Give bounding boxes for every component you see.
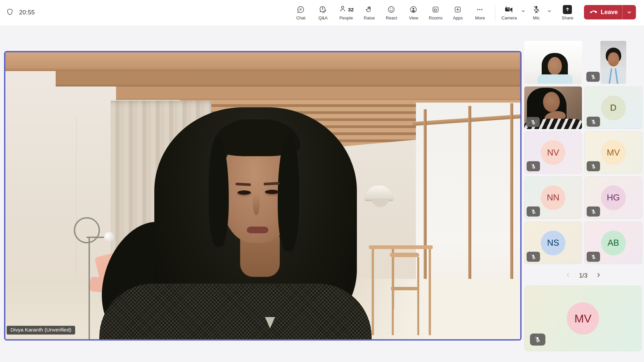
apps-icon — [453, 5, 462, 14]
react-button[interactable]: React — [380, 2, 402, 20]
mic-button[interactable]: Mic — [528, 2, 545, 20]
raise-hand-label: Raise — [364, 15, 375, 20]
active-speaker-video[interactable]: Divya Karanth (Unverified) — [4, 51, 522, 341]
rooms-icon — [431, 5, 440, 14]
qa-button[interactable]: ? Q&A — [312, 2, 334, 20]
ceiling-beam — [5, 52, 520, 71]
participant-avatar-tile[interactable]: NS — [524, 222, 582, 264]
raise-hand-button[interactable]: Raise — [358, 2, 380, 20]
qa-icon: ? — [319, 5, 327, 14]
meeting-info: 20:55 — [6, 8, 35, 17]
more-icon — [476, 5, 484, 14]
rooms-label: Rooms — [429, 15, 442, 20]
react-icon — [387, 5, 395, 14]
chevron-down-icon — [547, 9, 552, 14]
next-page-button[interactable] — [594, 271, 603, 280]
participant-video — [524, 41, 582, 84]
muted-mic-badge — [587, 252, 600, 262]
participant-avatar-tile[interactable]: HG — [584, 176, 642, 219]
participant-video — [600, 41, 626, 84]
participant-video-tile[interactable] — [584, 41, 642, 84]
apps-button[interactable]: Apps — [447, 2, 469, 20]
wall-corner-line — [76, 116, 76, 282]
meeting-toolbar: 20:55 Chat ? Q&A 32 People — [0, 0, 644, 25]
chevron-down-icon — [521, 9, 526, 14]
participant-avatar-tile[interactable]: AB — [584, 222, 642, 264]
leave-label: Leave — [601, 9, 618, 16]
floor-lamp-pole — [89, 238, 90, 339]
floor-lamp-loop — [74, 217, 100, 243]
muted-mic-badge — [587, 206, 600, 217]
more-label: More — [475, 15, 485, 20]
speaker-video-scene: Divya Karanth (Unverified) — [5, 52, 520, 339]
more-button[interactable]: More — [469, 2, 491, 20]
camera-options-chevron[interactable] — [519, 2, 528, 14]
table-leg — [429, 249, 431, 335]
dining-chair — [390, 253, 419, 257]
participant-video-tile[interactable] — [524, 41, 582, 84]
speaker-torso — [99, 284, 372, 339]
toolbar-divider — [495, 5, 495, 21]
people-button[interactable]: 32 People — [334, 2, 358, 20]
muted-mic-badge — [527, 206, 540, 217]
chevron-right-icon — [596, 272, 601, 279]
toolbar-buttons: Chat ? Q&A 32 People Raise — [290, 2, 636, 21]
mic-off-icon — [532, 5, 541, 14]
apps-label: Apps — [453, 15, 463, 20]
view-button[interactable]: View — [402, 2, 425, 20]
participants-pagination: 1/3 — [524, 268, 642, 283]
avatar: AB — [601, 231, 626, 255]
participant-face — [608, 52, 619, 66]
people-label: People — [339, 15, 353, 20]
view-label: View — [409, 15, 418, 20]
self-view-tile[interactable]: MV — [524, 286, 642, 351]
share-screen-icon — [563, 5, 572, 14]
muted-mic-badge — [586, 72, 600, 82]
camera-off-icon — [504, 5, 514, 14]
speaker-nose — [253, 193, 260, 215]
qa-label: Q&A — [318, 15, 327, 20]
share-button[interactable]: Share — [557, 2, 578, 20]
people-count-badge: 32 — [348, 7, 354, 12]
mic-options-chevron[interactable] — [545, 2, 554, 14]
leave-button[interactable]: Leave — [584, 5, 636, 19]
participant-avatar-tile[interactable]: NN — [524, 176, 582, 219]
leave-options-chevron[interactable] — [623, 10, 636, 15]
avatar: HG — [601, 185, 626, 210]
mic-label: Mic — [533, 15, 540, 20]
chevron-left-icon — [565, 272, 571, 279]
react-label: React — [386, 15, 397, 20]
people-icon — [339, 5, 347, 14]
chair-leg — [392, 257, 394, 335]
chat-label: Chat — [296, 15, 305, 20]
participant-avatar-tile[interactable]: D — [584, 86, 642, 129]
chat-button[interactable]: Chat — [290, 2, 312, 20]
participant-avatar-tile[interactable]: NV — [524, 131, 582, 174]
avatar: MV — [567, 302, 599, 335]
muted-mic-badge — [526, 117, 540, 127]
page-indicator: 1/3 — [579, 272, 587, 279]
participant-video-tile[interactable] — [524, 86, 582, 129]
speaker-lips — [247, 227, 268, 233]
speaker-eye — [237, 190, 251, 195]
speaker-name-label: Divya Karanth (Unverified) — [7, 326, 75, 335]
muted-mic-badge — [527, 252, 540, 262]
avatar: MV — [601, 140, 626, 165]
camera-label: Camera — [501, 15, 517, 20]
chat-icon — [297, 5, 305, 14]
shield-icon — [6, 8, 14, 17]
participant-avatar-tile[interactable]: MV — [584, 131, 642, 174]
dining-table — [369, 245, 433, 249]
ceiling-beam — [116, 86, 520, 100]
participant-shirt — [602, 68, 625, 84]
avatar: NV — [541, 140, 566, 165]
table-leg — [372, 249, 374, 335]
raise-hand-icon — [365, 5, 373, 14]
rooms-button[interactable]: Rooms — [425, 2, 447, 20]
speaker-eye — [265, 190, 279, 194]
floor-lamp-bulb — [104, 232, 114, 242]
chair-leg — [417, 257, 419, 335]
muted-mic-badge — [530, 334, 545, 346]
camera-button[interactable]: Camera — [499, 2, 519, 20]
previous-page-button[interactable] — [564, 271, 572, 280]
